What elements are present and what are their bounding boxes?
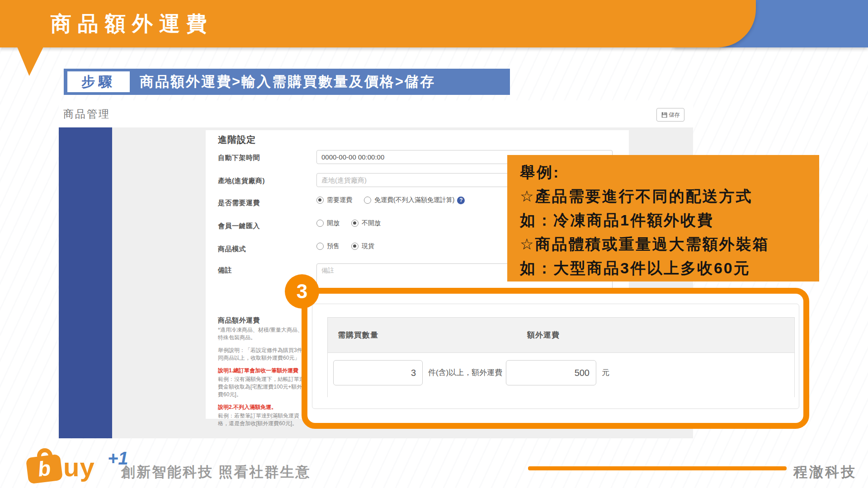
radio-free-shipping[interactable] xyxy=(364,197,371,204)
extra-fee-notes: *適用冷凍商品、材積/重量大商品、須特殊包裝商品。 舉例說明：「若設定條件為購買… xyxy=(218,326,308,432)
callout-line-5: 如：大型商品3件以上多收60元 xyxy=(520,256,769,280)
step-3-badge: 3 xyxy=(285,274,319,309)
note-applicable: *適用冷凍商品、材積/重量大商品、須特殊包裝商品。 xyxy=(218,326,308,342)
slide-title: 商品額外運費 xyxy=(51,10,213,38)
product-mode-radio-group: 預售 現貨 xyxy=(316,242,386,250)
step-bar: 步驟 商品額外運費>輸入需購買數量及價格>儲存 xyxy=(64,69,510,95)
save-button[interactable]: 💾 儲存 xyxy=(656,108,684,122)
extra-fee-table-row: 件(含)以上，額外運費 元 xyxy=(328,353,794,397)
admin-page-title: 商品管理 xyxy=(63,107,110,121)
radio-in-stock[interactable] xyxy=(351,243,359,250)
extra-fee-table-header: 需購買數量 額外運費 xyxy=(328,318,794,353)
shipping-radio-group: 需要運費 免運費(不列入滿額免運計算) ? xyxy=(316,196,465,204)
example-callout: 舉例: ☆產品需要進行不同的配送方式 如：冷凍商品1件額外收費 ☆商品體積或重量… xyxy=(507,155,819,282)
shopping-bag-icon: b xyxy=(26,454,63,484)
step-label: 步驟 xyxy=(67,71,130,92)
column-qty-header: 需購買數量 xyxy=(338,318,378,353)
rule2-title: 說明2.不列入滿額免運。 xyxy=(218,404,308,411)
section-title: 進階設定 xyxy=(218,134,256,146)
rule1-title: 說明1.總訂單會加收一筆額外運費 xyxy=(218,367,308,375)
step-path-text: 商品額外運費>輸入需購買數量及價格>儲存 xyxy=(140,69,435,95)
radio-in-stock-label: 現貨 xyxy=(362,242,374,250)
radio-import-closed-label: 不開放 xyxy=(362,219,381,227)
callout-line-3: 如：冷凍商品1件額外收費 xyxy=(520,208,769,232)
help-icon[interactable]: ? xyxy=(457,197,465,204)
floppy-disk-icon: 💾 xyxy=(661,112,668,118)
radio-import-open[interactable] xyxy=(316,220,324,227)
footer-tagline: 創新智能科技 照看社群生意 xyxy=(121,463,311,482)
logo-text-uy: uy xyxy=(63,452,95,482)
origin-label: 產地(進貨廠商) xyxy=(218,177,265,185)
radio-import-closed[interactable] xyxy=(351,220,359,227)
footer-company-name: 程澈科技 xyxy=(793,463,857,482)
column-fee-header: 額外運費 xyxy=(527,318,560,353)
save-button-label: 儲存 xyxy=(669,111,679,119)
example-callout-text: 舉例: ☆產品需要進行不同的配送方式 如：冷凍商品1件額外收費 ☆商品體積或重量… xyxy=(520,160,769,280)
footer-divider-line xyxy=(528,466,787,470)
radio-need-shipping[interactable] xyxy=(316,197,324,204)
extra-fee-label: 商品額外運費 xyxy=(218,316,260,325)
radio-need-shipping-label: 需要運費 xyxy=(327,196,352,204)
admin-header-band xyxy=(59,100,693,127)
header-bar: 商品額外運費 xyxy=(0,0,756,47)
shipping-label: 是否需要運費 xyxy=(218,199,260,207)
note-label: 備註 xyxy=(218,266,232,275)
extra-fee-table: 需購買數量 額外運費 件(含)以上，額外運費 元 xyxy=(327,317,795,397)
rule1-body: 範例：沒有滿額免運下，結帳訂單運費金額收取為[宅配運費100元+額外運費60元]… xyxy=(218,375,308,399)
rule2-body: 範例：若整筆訂單達到滿額免運資格，還是會加收[額外運費60元]。 xyxy=(218,412,308,427)
member-import-label: 會員一鍵匯入 xyxy=(218,222,260,230)
radio-free-shipping-label: 免運費(不列入滿額免運計算) xyxy=(374,196,454,204)
logo-letter-b: b xyxy=(37,456,52,481)
slide: 商品額外運費 步驟 商品額外運費>輸入需購買數量及價格>儲存 商品管理 💾 儲存… xyxy=(0,0,868,488)
fee-input[interactable] xyxy=(506,360,596,385)
auto-unpublish-label: 自動下架時間 xyxy=(218,154,260,162)
member-import-radio-group: 開放 不開放 xyxy=(316,219,392,227)
radio-import-open-label: 開放 xyxy=(327,219,340,227)
radio-presale[interactable] xyxy=(316,243,324,250)
callout-line-1: 舉例: xyxy=(520,160,769,184)
header-tail-decoration xyxy=(17,47,43,76)
callout-line-4: ☆商品體積或重量過大需額外裝箱 xyxy=(520,232,769,256)
admin-sidebar[interactable] xyxy=(59,127,112,438)
radio-presale-label: 預售 xyxy=(327,242,340,250)
callout-line-2: ☆產品需要進行不同的配送方式 xyxy=(520,184,769,208)
note-example: 舉例說明：「若設定條件為購買3件相同商品以上，收取額外運費60元」 xyxy=(218,347,308,362)
fee-unit-text: 元 xyxy=(602,353,609,393)
quantity-input[interactable] xyxy=(333,360,423,385)
product-mode-label: 商品模式 xyxy=(218,245,246,253)
quantity-suffix-text: 件(含)以上，額外運費 xyxy=(428,353,502,393)
